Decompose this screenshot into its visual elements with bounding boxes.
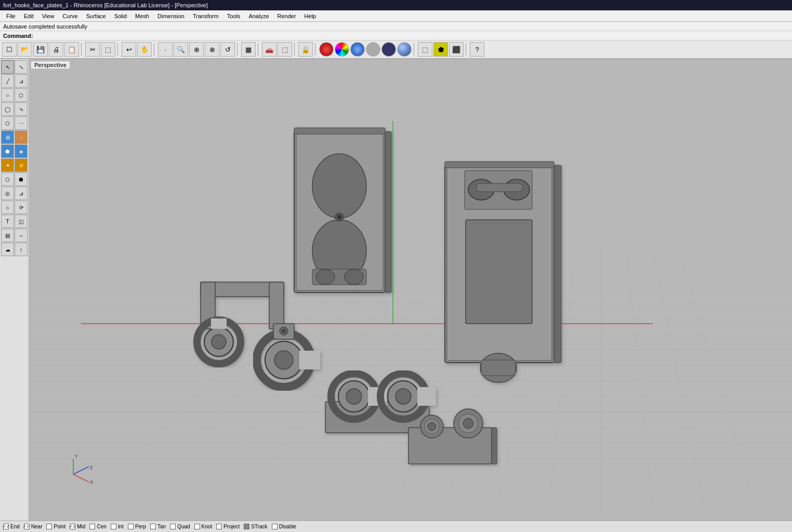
tool-freeform[interactable]: ⋯ <box>15 116 28 130</box>
toolbar-properties[interactable]: 📋 <box>64 42 79 57</box>
snap-perp-check[interactable] <box>128 524 134 529</box>
tool-polygon[interactable]: ⬡ <box>1 116 14 130</box>
toolbar-rotate[interactable]: ↺ <box>220 42 235 57</box>
tool-line[interactable]: ╱ <box>1 74 14 88</box>
snap-project[interactable]: Project <box>216 524 240 529</box>
snap-end[interactable]: ✓ End <box>3 524 20 529</box>
toolbar-new[interactable]: ☐ <box>2 42 17 57</box>
snap-strack[interactable]: STrack <box>244 524 267 529</box>
snap-knot-check[interactable] <box>194 524 200 529</box>
toolbar-print[interactable]: 🖨 <box>49 42 63 57</box>
toolbar-zoom-ext[interactable]: ⊕ <box>189 42 204 57</box>
tool-arc[interactable]: ◯ <box>1 102 14 116</box>
snap-quad[interactable]: Quad <box>170 524 190 529</box>
tool-cloud2[interactable]: ↕ <box>15 243 28 256</box>
menu-surface[interactable]: Surface <box>82 12 110 20</box>
menu-render[interactable]: Render <box>273 12 300 20</box>
tool-text[interactable]: T <box>1 215 14 228</box>
tool-select-arrow[interactable]: ↖ <box>1 60 14 74</box>
toolbar-move[interactable]: ⬚ <box>278 42 292 57</box>
tool-surface2[interactable]: ⬦ <box>15 130 28 144</box>
snap-cen[interactable]: Cen <box>89 524 106 529</box>
tool-boolean2[interactable]: ⊿ <box>15 187 28 200</box>
tool-layer2[interactable]: ↔ <box>15 229 28 242</box>
toolbar-mat1[interactable] <box>319 42 334 57</box>
tool-dim2[interactable]: ⟳ <box>15 201 28 214</box>
tool-ellipse[interactable]: ⬡ <box>15 88 28 102</box>
toolbar-snap[interactable]: ⬟ <box>433 42 448 57</box>
tool-surface[interactable]: ⊞ <box>1 130 14 144</box>
toolbar-copy[interactable]: ⬚ <box>101 42 115 57</box>
tool-boolean[interactable]: ◎ <box>1 187 14 200</box>
tool-select-region[interactable]: ⤡ <box>15 60 28 74</box>
snap-cen-check[interactable] <box>89 524 95 529</box>
menu-solid[interactable]: Solid <box>110 12 131 20</box>
snap-tan[interactable]: Tan <box>150 524 166 529</box>
toolbar-lock[interactable]: 🔒 <box>298 42 313 57</box>
toolbar-point[interactable]: · <box>158 42 173 57</box>
canvas-3d[interactable]: Z X Y <box>29 59 792 521</box>
tool-layer[interactable]: ▤ <box>1 229 14 242</box>
tool-solid[interactable]: ⬟ <box>1 144 14 158</box>
menu-analyze[interactable]: Analyze <box>244 12 273 20</box>
menu-tools[interactable]: Tools <box>223 12 245 20</box>
menu-transform[interactable]: Transform <box>189 12 223 20</box>
toolbar-undo[interactable]: ↩ <box>122 42 136 57</box>
snap-near-check[interactable]: ✓ <box>24 524 30 529</box>
viewport-area[interactable]: Perspective <box>29 59 792 521</box>
tool-text2[interactable]: ◫ <box>15 215 28 228</box>
snap-near[interactable]: ✓ Near <box>24 524 43 529</box>
snap-disable[interactable]: Disable <box>272 524 296 529</box>
toolbar-open[interactable]: 📂 <box>18 42 32 57</box>
menu-dimension[interactable]: Dimension <box>153 12 189 20</box>
toolbar-save[interactable]: 💾 <box>33 42 48 57</box>
toolbar-mat3[interactable] <box>350 42 365 57</box>
toolbar-zoom-in[interactable]: 🔍 <box>174 42 188 57</box>
tool-dim[interactable]: ⌂ <box>1 201 14 214</box>
snap-point-check[interactable] <box>46 524 52 529</box>
snap-quad-label: Quad <box>177 524 190 529</box>
toolbar-help[interactable]: ? <box>470 42 484 57</box>
snap-int[interactable]: Int <box>111 524 124 529</box>
toolbar-4view[interactable]: ▦ <box>241 42 256 57</box>
toolbar-zoom-sel[interactable]: ⊗ <box>205 42 219 57</box>
tool-curve[interactable]: ∿ <box>15 102 28 116</box>
snap-quad-check[interactable] <box>170 524 176 529</box>
menu-mesh[interactable]: Mesh <box>131 12 153 20</box>
snap-knot[interactable]: Knot <box>194 524 213 529</box>
toolbar-cut[interactable]: ✂ <box>85 42 100 57</box>
tool-transform2[interactable]: ⚡ <box>15 158 28 172</box>
tool-mesh[interactable]: ⬡ <box>1 172 14 186</box>
menu-help[interactable]: Help <box>300 12 321 20</box>
right-face-plate <box>445 162 561 382</box>
snap-int-check[interactable] <box>111 524 116 529</box>
toolbar-mat4[interactable] <box>381 42 396 57</box>
snap-mid-check[interactable]: ✓ <box>70 524 75 529</box>
svg-text:Y: Y <box>75 454 78 459</box>
snap-end-check[interactable]: ✓ <box>3 524 9 529</box>
menu-file[interactable]: File <box>2 12 20 20</box>
menu-edit[interactable]: Edit <box>20 12 38 20</box>
toolbar-snap2[interactable]: ⬛ <box>449 42 464 57</box>
tool-mesh2[interactable]: ⬢ <box>15 172 28 186</box>
snap-perp[interactable]: Perp <box>128 524 146 529</box>
toolbar-render-circle[interactable] <box>366 42 380 57</box>
tool-solid2[interactable]: ◈ <box>15 144 28 158</box>
snap-strack-check[interactable] <box>244 524 249 529</box>
snap-tan-check[interactable] <box>150 524 156 529</box>
toolbar-drive[interactable]: 🚗 <box>262 42 276 57</box>
toolbar-pan[interactable]: ✋ <box>137 42 152 57</box>
tool-cloud[interactable]: ☁ <box>1 243 14 256</box>
toolbar-shading[interactable] <box>397 42 412 57</box>
toolbar-layer[interactable]: ⬚ <box>418 42 432 57</box>
snap-project-check[interactable] <box>216 524 222 529</box>
tool-transform[interactable]: ✦ <box>1 158 14 172</box>
toolbar-mat2[interactable] <box>335 42 349 57</box>
menu-view[interactable]: View <box>38 12 59 20</box>
snap-point[interactable]: Point <box>46 524 65 529</box>
tool-circle[interactable]: ○ <box>1 88 14 102</box>
tool-polyline[interactable]: ⊿ <box>15 74 28 88</box>
snap-disable-check[interactable] <box>272 524 278 529</box>
menu-curve[interactable]: Curve <box>58 12 82 20</box>
snap-mid[interactable]: ✓ Mid <box>70 524 85 529</box>
